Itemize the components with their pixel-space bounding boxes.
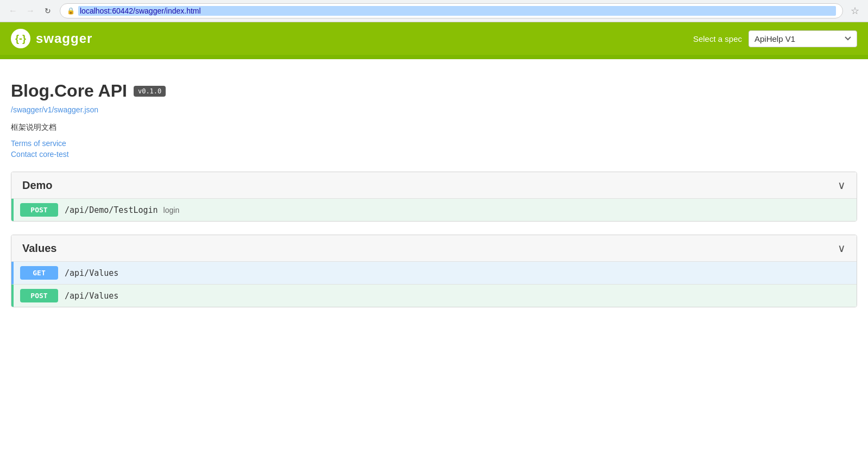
lock-icon: 🔒 <box>67 7 75 15</box>
api-description: 框架说明文档 <box>11 123 857 132</box>
endpoint-row[interactable]: POST /api/Values <box>11 285 857 307</box>
section-values: Values ∨ GET /api/Values POST /api/Value… <box>11 235 857 307</box>
endpoint-description: login <box>163 206 180 214</box>
section-demo-title: Demo <box>22 179 53 192</box>
refresh-icon: ↻ <box>45 7 51 15</box>
main-content: Blog.Core API v0.1.0 /swagger/v1/swagger… <box>0 59 868 318</box>
refresh-button[interactable]: ↻ <box>40 3 55 18</box>
back-icon: ← <box>9 6 17 16</box>
endpoint-path-2: /api/Values <box>65 291 118 301</box>
address-bar: 🔒 <box>60 3 843 18</box>
accent-bar <box>0 55 868 59</box>
contact-link[interactable]: Contact core-test <box>11 150 857 159</box>
section-values-header[interactable]: Values ∨ <box>11 235 857 262</box>
nav-buttons: ← → ↻ <box>5 3 55 18</box>
forward-icon: → <box>26 6 35 16</box>
terms-of-service-link[interactable]: Terms of service <box>11 139 857 148</box>
endpoint-row[interactable]: POST /api/Demo/TestLogin login <box>11 199 857 221</box>
section-values-title: Values <box>22 242 56 255</box>
browser-chrome: ← → ↻ 🔒 ☆ <box>0 0 868 22</box>
chevron-down-icon: ∨ <box>838 179 846 192</box>
endpoint-path: /api/Values <box>65 268 118 278</box>
section-demo-header[interactable]: Demo ∨ <box>11 172 857 199</box>
swagger-logo: {-} swagger <box>11 29 92 48</box>
swagger-json-link[interactable]: /swagger/v1/swagger.json <box>11 105 857 114</box>
section-demo: Demo ∨ POST /api/Demo/TestLogin login <box>11 172 857 222</box>
version-badge: v0.1.0 <box>134 86 166 97</box>
url-input[interactable] <box>78 6 836 16</box>
forward-button[interactable]: → <box>23 3 38 18</box>
bookmark-button[interactable]: ☆ <box>847 4 863 18</box>
spec-select-dropdown[interactable]: ApiHelp V1 <box>749 30 857 47</box>
star-icon: ☆ <box>851 5 859 16</box>
endpoint-path: /api/Demo/TestLogin <box>65 205 158 215</box>
swagger-logo-icon: {-} <box>11 29 30 48</box>
method-badge-post-2: POST <box>20 289 58 302</box>
back-button[interactable]: ← <box>5 3 21 18</box>
method-badge-post: POST <box>20 203 58 217</box>
api-title-row: Blog.Core API v0.1.0 <box>11 81 857 101</box>
swagger-logo-text: swagger <box>36 31 92 46</box>
spec-selector-label: Select a spec <box>693 34 742 43</box>
endpoint-row[interactable]: GET /api/Values <box>11 262 857 285</box>
api-title: Blog.Core API <box>11 81 127 101</box>
swagger-header: {-} swagger Select a spec ApiHelp V1 <box>0 22 868 55</box>
chevron-down-icon-2: ∨ <box>838 242 846 255</box>
spec-selector: Select a spec ApiHelp V1 <box>693 30 857 47</box>
method-badge-get: GET <box>20 266 58 280</box>
